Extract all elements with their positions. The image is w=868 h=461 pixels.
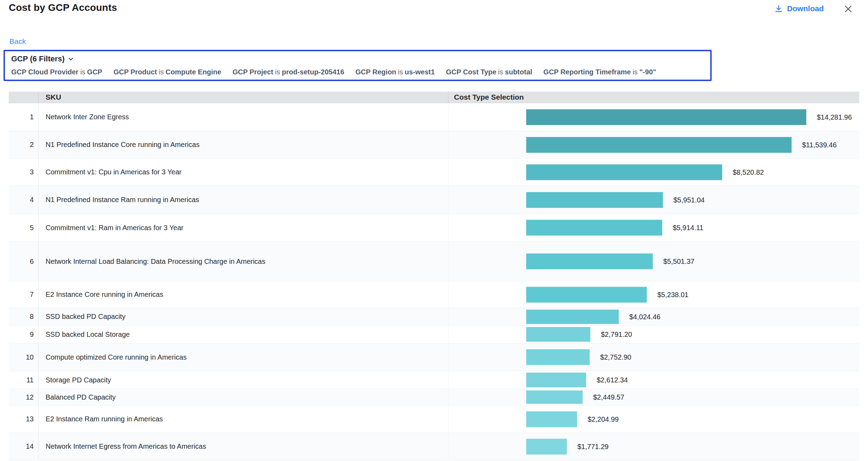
chevron-down-icon <box>68 56 74 62</box>
filter-item-6[interactable]: GCP Reporting Timeframeis"-90" <box>543 68 656 76</box>
table-row: 7E2 Instance Core running in Americas$5,… <box>9 281 859 308</box>
table-row: 2N1 Predefined Instance Core running in … <box>9 131 859 159</box>
table-row: 11Storage PD Capacity$2,612.34 <box>9 371 859 389</box>
cost-bar-cell: $5,238.01 <box>448 281 859 308</box>
sku-cell: Storage PD Capacity <box>39 371 448 389</box>
cost-bar-cell: $4,024.46 <box>448 308 859 325</box>
page-title: Cost by GCP Accounts <box>9 2 117 13</box>
filter-field: GCP Region <box>355 68 396 76</box>
cost-bar[interactable] <box>526 254 653 269</box>
filter-summary-label: GCP (6 Filters) <box>11 54 65 64</box>
sku-cell: N1 Predefined Instance Core running in A… <box>39 131 448 158</box>
table-header-row: SKU Cost Type Selection <box>9 92 859 103</box>
filter-value: subtotal <box>505 68 532 76</box>
row-number: 13 <box>9 406 39 433</box>
cost-bar-cell: $8,520.82 <box>448 159 859 186</box>
table-row: 1Network Inter Zone Egress$14,281.96 <box>9 103 859 131</box>
cost-bar[interactable] <box>526 109 806 125</box>
cost-bar[interactable] <box>526 287 647 302</box>
table-row: 14Network Internet Egress from Americas … <box>9 433 859 460</box>
filter-operator: is <box>631 68 639 76</box>
filter-operator: is <box>496 68 505 76</box>
bar-value-label: $5,501.37 <box>663 258 694 266</box>
download-icon <box>774 5 783 13</box>
table-body: 1Network Inter Zone Egress$14,281.962N1 … <box>9 103 859 460</box>
bar-value-label: $2,752.90 <box>600 353 631 361</box>
filter-value: GCP <box>87 68 102 76</box>
row-number: 4 <box>9 186 39 214</box>
cost-bar-cell: $1,771.29 <box>448 433 859 460</box>
filter-field: GCP Reporting Timeframe <box>543 68 631 76</box>
back-link[interactable]: Back <box>9 37 26 46</box>
sku-cell: Commitment v1: Ram in Americas for 3 Yea… <box>39 214 448 241</box>
table-row: 4N1 Predefined Instance Ram running in A… <box>9 186 859 214</box>
row-number: 3 <box>9 159 39 186</box>
cost-table: SKU Cost Type Selection 1Network Inter Z… <box>9 92 859 460</box>
sku-cell: Commitment v1: Cpu in Americas for 3 Yea… <box>39 159 448 186</box>
row-number: 7 <box>9 281 39 308</box>
bar-value-label: $5,238.01 <box>657 290 689 299</box>
filter-item-3[interactable]: GCP Projectisprod-setup-205416 <box>232 68 344 76</box>
filter-item-4[interactable]: GCP Regionisus-west1 <box>355 68 435 76</box>
cost-by-gcp-accounts-panel: Cost by GCP Accounts Download Back GCP (… <box>0 0 868 461</box>
cost-bar[interactable] <box>526 164 722 180</box>
cost-bar[interactable] <box>526 349 590 365</box>
table-row: 8SSD backed PD Capacity$4,024.46 <box>9 308 859 326</box>
table-row: 12Balanced PD Capacity$2,449.57 <box>9 389 859 406</box>
cost-bar[interactable] <box>526 439 567 454</box>
cost-bar[interactable] <box>526 373 586 387</box>
row-number: 9 <box>9 326 39 343</box>
filter-summary-dropdown[interactable]: GCP (6 Filters) <box>11 54 74 64</box>
filter-operator: is <box>396 68 405 76</box>
bar-value-label: $14,281.96 <box>817 113 852 121</box>
bar-value-label: $2,791.20 <box>601 330 632 339</box>
bar-value-label: $1,771.29 <box>577 442 609 450</box>
filter-field: GCP Cloud Provider <box>11 68 79 76</box>
sku-cell: SSD backed PD Capacity <box>39 308 448 325</box>
sku-cell: E2 Instance Core running in Americas <box>39 281 448 308</box>
filter-value: "-90" <box>639 68 656 76</box>
cost-bar[interactable] <box>526 137 792 153</box>
row-number: 2 <box>9 131 39 158</box>
cost-bar[interactable] <box>526 192 663 208</box>
bar-value-label: $2,449.57 <box>593 393 624 401</box>
sku-cell: Compute optimized Core running in Americ… <box>39 343 448 371</box>
close-button[interactable] <box>843 4 853 14</box>
cost-bar-cell: $2,791.20 <box>448 326 859 343</box>
bar-value-label: $8,520.82 <box>733 168 764 176</box>
table-row: 13E2 Instance Ram running in Americas$2,… <box>9 406 859 433</box>
filter-item-1[interactable]: GCP Cloud ProviderisGCP <box>11 68 102 76</box>
row-number: 1 <box>9 103 39 131</box>
table-row: 9SSD backed Local Storage$2,791.20 <box>9 326 859 343</box>
row-number: 11 <box>9 371 39 389</box>
sku-cell: N1 Predefined Instance Ram running in Am… <box>39 186 448 214</box>
cost-bar[interactable] <box>526 390 583 404</box>
row-number: 10 <box>9 343 39 371</box>
cost-bar[interactable] <box>526 327 590 342</box>
row-number: 12 <box>9 389 39 405</box>
table-row: 3Commitment v1: Cpu in Americas for 3 Ye… <box>9 159 859 186</box>
cost-bar-cell: $2,752.90 <box>448 343 859 371</box>
table-row: 10Compute optimized Core running in Amer… <box>9 343 859 371</box>
index-column-header <box>9 92 39 103</box>
cost-bar-cell: $5,914.11 <box>448 214 859 241</box>
cost-bar-cell: $2,204.99 <box>448 406 859 433</box>
filter-field: GCP Product <box>114 68 157 76</box>
cost-bar[interactable] <box>526 220 662 236</box>
filter-item-5[interactable]: GCP Cost Typeissubtotal <box>446 68 532 76</box>
sku-cell: Network Internal Load Balancing: Data Pr… <box>39 242 448 281</box>
bar-value-label: $11,539.46 <box>802 141 837 149</box>
download-button[interactable]: Download <box>774 4 824 13</box>
sku-cell: Balanced PD Capacity <box>39 389 448 405</box>
cost-type-selection-column-header: Cost Type Selection <box>448 92 859 103</box>
filter-operator: is <box>157 68 165 76</box>
filter-item-2[interactable]: GCP ProductisCompute Engine <box>114 68 221 76</box>
table-row: 6Network Internal Load Balancing: Data P… <box>9 242 859 281</box>
top-actions: Download <box>774 4 853 14</box>
row-number: 14 <box>9 433 39 460</box>
download-label: Download <box>787 4 824 13</box>
table-row: 5Commitment v1: Ram in Americas for 3 Ye… <box>9 214 859 242</box>
cost-bar[interactable] <box>526 309 619 324</box>
cost-bar[interactable] <box>526 411 577 427</box>
filter-value: us-west1 <box>405 68 435 76</box>
